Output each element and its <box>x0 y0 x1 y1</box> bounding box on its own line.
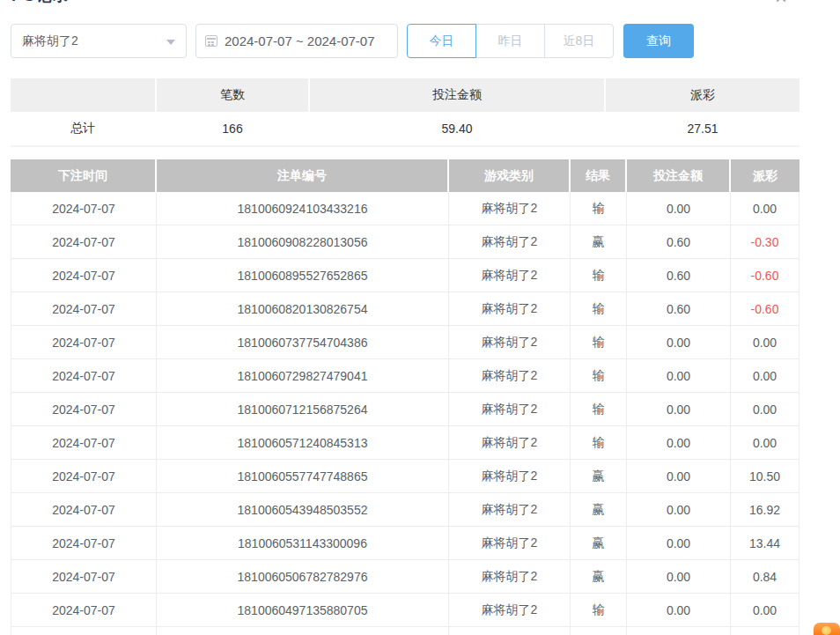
cell-result: 赢 <box>571 460 627 492</box>
cell-bet-amount <box>627 627 731 635</box>
cell-bet-id: 1810060895527652865 <box>157 259 449 292</box>
cell-bet-amount: 0.00 <box>627 493 731 526</box>
cell-game-type: 麻将胡了2 <box>449 560 571 593</box>
cell-result: 输 <box>571 594 627 626</box>
table-row: 2024-07-07 1810060712156875264 麻将胡了2 输 0… <box>11 393 799 426</box>
cell-bet-id: 1810060557747748865 <box>157 460 449 492</box>
cell-game-type: 麻将胡了2 <box>449 393 571 425</box>
cell-payout: 0.00 <box>731 426 799 459</box>
cell-bet-id: 1810060924103433216 <box>157 192 449 225</box>
cell-payout: 0.00 <box>731 594 799 626</box>
cell-bet-amount: 0.00 <box>627 426 731 459</box>
cell-payout: -0.60 <box>731 292 799 325</box>
cell-bet-amount: 0.00 <box>627 560 731 593</box>
date-range-value: 2024-07-07 ~ 2024-07-07 <box>225 33 375 48</box>
query-button[interactable]: 查询 <box>623 24 694 58</box>
cell-bet-time: 2024-07-07 <box>11 359 157 392</box>
cell-bet-amount: 0.00 <box>627 192 731 225</box>
bets-table: 下注时间 注单编号 游戏类别 结果 投注金额 派彩 2024-07-07 181… <box>11 159 799 635</box>
cell-bet-id: 1810060737754704386 <box>157 326 449 358</box>
table-row: 2024-07-07 1810060729827479041 麻将胡了2 输 0… <box>11 359 799 393</box>
cell-result: 赢 <box>571 527 627 559</box>
cell-result: 输 <box>571 192 627 225</box>
calendar-icon <box>205 35 217 47</box>
summary-count-value: 166 <box>157 112 310 145</box>
table-row: 2024-07-07 1810060557747748865 麻将胡了2 赢 0… <box>11 460 799 493</box>
cell-result: 赢 <box>571 493 627 526</box>
table-row: 2024-07-07 1810060895527652865 麻将胡了2 输 0… <box>11 259 799 292</box>
cell-game-type: 麻将胡了2 <box>449 460 571 492</box>
today-button[interactable]: 今日 <box>407 24 476 58</box>
cell-game-type: 麻将胡了2 <box>449 493 571 526</box>
col-header-bet-time: 下注时间 <box>11 159 157 192</box>
cell-bet-amount: 0.00 <box>627 326 731 358</box>
cell-result <box>571 627 627 635</box>
col-header-result: 结果 <box>571 159 627 192</box>
cell-game-type: 麻将胡了2 <box>449 192 571 225</box>
game-select[interactable]: 麻将胡了2 <box>11 24 187 58</box>
cell-result: 输 <box>571 393 627 425</box>
pg-records-modal: PG记录 × 麻将胡了2 2024-07-07 ~ 2024-07-07 今日 … <box>0 0 840 635</box>
quick-date-button-group: 今日 昨日 近8日 <box>407 24 614 58</box>
cell-bet-id: 1810060497135880705 <box>157 594 449 626</box>
cell-bet-time: 2024-07-07 <box>11 259 157 292</box>
cell-bet-id: 1810060543948503552 <box>157 493 449 526</box>
cell-game-type: 麻将胡了2 <box>449 594 571 626</box>
cell-bet-id: 1810060729827479041 <box>157 359 449 392</box>
bets-table-header: 下注时间 注单编号 游戏类别 结果 投注金额 派彩 <box>11 159 799 192</box>
cell-result: 赢 <box>571 560 627 593</box>
cell-result: 输 <box>571 359 627 392</box>
cell-result: 输 <box>571 259 627 292</box>
cell-payout <box>731 627 799 635</box>
cell-payout: 0.00 <box>731 326 799 358</box>
cell-payout: 0.00 <box>731 393 799 425</box>
cell-bet-id: 1810060506782782976 <box>157 560 449 593</box>
col-header-bet-amount: 投注金额 <box>627 159 731 192</box>
cell-result: 输 <box>571 426 627 459</box>
cell-game-type: 麻将胡了2 <box>449 527 571 559</box>
cell-bet-time: 2024-07-07 <box>11 627 157 635</box>
cell-payout: -0.30 <box>731 225 799 258</box>
cell-bet-time: 2024-07-07 <box>11 326 157 358</box>
table-row: 2024-07-07 1810060543948503552 麻将胡了2 赢 0… <box>11 493 799 527</box>
cell-payout: 13.44 <box>731 527 799 559</box>
cell-result: 输 <box>571 326 627 358</box>
cell-payout: 16.92 <box>731 493 799 526</box>
last8days-button[interactable]: 近8日 <box>544 24 614 58</box>
page-title: PG记录 <box>11 0 70 6</box>
cell-payout: -0.60 <box>731 259 799 292</box>
cell-bet-time: 2024-07-07 <box>11 594 157 626</box>
cell-game-type: 麻将胡了2 <box>449 359 571 392</box>
cell-bet-amount: 0.00 <box>627 359 731 392</box>
cell-game-type: 麻将胡了2 <box>449 259 571 292</box>
cell-bet-id <box>157 627 449 635</box>
cell-payout: 0.84 <box>731 560 799 593</box>
cell-bet-id: 1810060531143300096 <box>157 527 449 559</box>
table-row: 2024-07-07 1810060737754704386 麻将胡了2 输 0… <box>11 326 799 359</box>
date-range-input[interactable]: 2024-07-07 ~ 2024-07-07 <box>195 24 398 58</box>
cell-bet-id: 1810060712156875264 <box>157 393 449 425</box>
cell-result: 赢 <box>571 225 627 258</box>
table-row: 2024-07-07 1810060924103433216 麻将胡了2 输 0… <box>11 192 799 225</box>
cell-bet-time: 2024-07-07 <box>11 225 157 258</box>
cell-bet-amount: 0.00 <box>627 527 731 559</box>
table-row: 2024-07-07 1810060497135880705 麻将胡了2 输 0… <box>11 594 799 627</box>
cell-bet-amount: 0.60 <box>627 225 731 258</box>
yesterday-button[interactable]: 昨日 <box>475 24 545 58</box>
cell-game-type: 麻将胡了2 <box>449 426 571 459</box>
cell-bet-time: 2024-07-07 <box>11 426 157 459</box>
cell-bet-time: 2024-07-07 <box>11 460 157 492</box>
cell-bet-time: 2024-07-07 <box>11 393 157 425</box>
floating-service-button[interactable] <box>814 623 840 635</box>
summary-header-bet: 投注金额 <box>310 78 606 112</box>
game-select-value: 麻将胡了2 <box>22 33 78 49</box>
cell-payout: 0.00 <box>731 192 799 225</box>
close-icon[interactable]: × <box>775 0 787 10</box>
summary-header-payout: 派彩 <box>606 78 799 112</box>
table-row: 2024-07-07 1810060531143300096 麻将胡了2 赢 0… <box>11 527 799 560</box>
cell-bet-time: 2024-07-07 <box>11 527 157 559</box>
cell-game-type <box>449 627 571 635</box>
cell-payout: 10.50 <box>731 460 799 492</box>
cell-game-type: 麻将胡了2 <box>449 225 571 258</box>
cell-bet-amount: 0.60 <box>627 292 731 325</box>
